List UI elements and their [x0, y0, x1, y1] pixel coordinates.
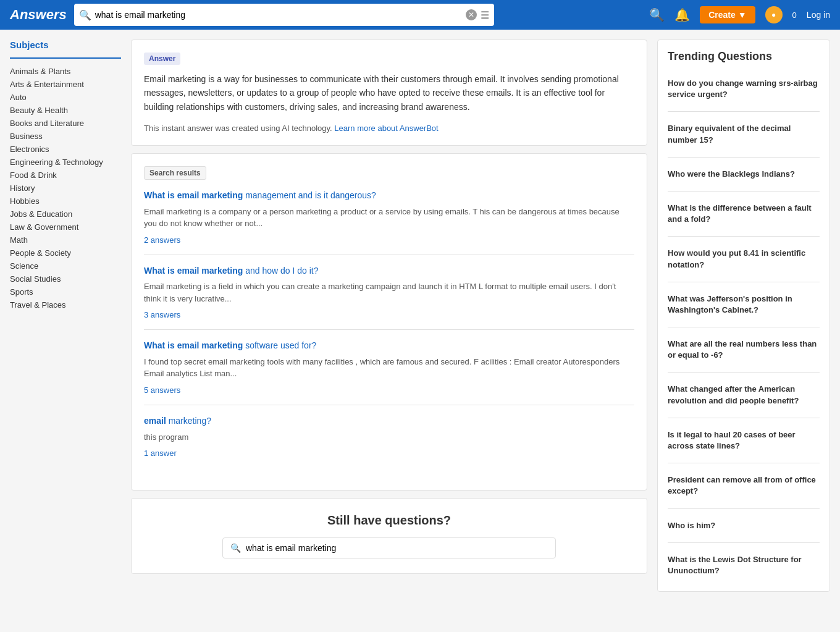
result-answers-count[interactable]: 5 answers [144, 386, 180, 395]
search-nav-icon[interactable]: 🔍 [649, 7, 665, 22]
trending-item[interactable]: What is the difference between a fault a… [668, 198, 820, 230]
still-search-input[interactable] [246, 543, 548, 553]
sidebar-item[interactable]: Math [10, 234, 121, 246]
logo[interactable]: Answers [10, 7, 67, 23]
main-layout: Subjects Animals & PlantsArts & Entertai… [0, 30, 840, 602]
sidebar-item[interactable]: Sports [10, 285, 121, 298]
trending-item[interactable]: What changed after the American revoluti… [668, 379, 820, 411]
search-bar: 🔍 ✕ ☰ [74, 4, 494, 26]
result-title-bold[interactable]: What is email marketing [144, 190, 243, 200]
result-answers-count[interactable]: 3 answers [144, 310, 180, 319]
sidebar-item[interactable]: Arts & Entertainment [10, 78, 121, 91]
result-answers-count[interactable]: 1 answer [144, 449, 177, 458]
result-items: What is email marketing management and i… [144, 190, 634, 468]
still-questions-box: Still have questions? 🔍 [131, 498, 647, 574]
trending-item[interactable]: Who were the Blacklegs Indians? [668, 164, 820, 185]
result-title: What is email marketing software used fo… [144, 340, 634, 352]
trending-item[interactable]: How would you put 8.41 in scientific not… [668, 243, 820, 275]
sidebar-item[interactable]: People & Society [10, 246, 121, 259]
result-title-rest[interactable]: marketing? [166, 416, 211, 426]
ai-note: This instant answer was created using AI… [144, 124, 634, 133]
result-item: What is email marketing management and i… [144, 190, 634, 255]
sidebar-items: Animals & PlantsArts & EntertainmentAuto… [10, 65, 121, 311]
sidebar-item[interactable]: Beauty & Health [10, 104, 121, 117]
notification-icon[interactable]: 🔔 [674, 7, 690, 22]
trending-items: How do you change warning srs-airbag ser… [668, 73, 820, 581]
result-title-bold[interactable]: email [144, 416, 166, 426]
result-title-rest[interactable]: management and is it dangerous? [243, 190, 376, 200]
search-icon: 🔍 [79, 9, 91, 21]
sidebar-item[interactable]: Law & Government [10, 221, 121, 234]
sidebar-item[interactable]: Jobs & Education [10, 208, 121, 221]
answerbot-link[interactable]: Learn more about AnswerBot [334, 124, 438, 133]
result-title: email marketing? [144, 415, 634, 428]
sidebar-item[interactable]: History [10, 182, 121, 195]
user-avatar[interactable]: ● [765, 6, 783, 23]
trending-divider [668, 327, 820, 327]
trending-divider [668, 157, 820, 158]
trending-divider [668, 463, 820, 463]
trending-divider [668, 372, 820, 373]
result-title: What is email marketing management and i… [144, 190, 634, 202]
trending-divider [668, 111, 820, 112]
results-tag: Search results [144, 166, 206, 180]
result-title-bold[interactable]: What is email marketing [144, 266, 243, 276]
header: Answers 🔍 ✕ ☰ 🔍 🔔 Create ▼ ● 0 Log in [0, 0, 840, 30]
trending-item[interactable]: What are all the real numbers less than … [668, 334, 820, 366]
result-title-rest[interactable]: software used for? [243, 340, 316, 350]
result-snippet: I found top secret email marketing tools… [144, 356, 634, 380]
create-button[interactable]: Create ▼ [700, 6, 755, 23]
result-title-rest[interactable]: and how do I do it? [243, 266, 318, 276]
still-search-icon: 🔍 [230, 543, 241, 553]
result-item: email marketing? this program 1 answer [144, 415, 634, 468]
trending-item[interactable]: President can remove all from of office … [668, 470, 820, 502]
sidebar-item[interactable]: Hobbies [10, 195, 121, 208]
still-search-bar: 🔍 [222, 537, 556, 558]
user-points: 0 [792, 11, 797, 20]
trending-divider [668, 418, 820, 418]
filter-button[interactable]: ☰ [481, 9, 489, 21]
result-snippet: Email marketing is a field in which you … [144, 280, 634, 305]
sidebar-item[interactable]: Science [10, 259, 121, 272]
sidebar-item[interactable]: Business [10, 130, 121, 143]
result-answers-count[interactable]: 2 answers [144, 235, 180, 245]
header-actions: 🔍 🔔 Create ▼ ● 0 Log in [649, 6, 830, 23]
result-snippet: Email marketing is a company or a person… [144, 206, 634, 230]
trending-item[interactable]: What was Jefferson's position in Washing… [668, 289, 820, 321]
result-item: What is email marketing and how do I do … [144, 265, 634, 331]
trending-item[interactable]: What is the Lewis Dot Structure for Unun… [668, 549, 820, 581]
trending-item[interactable]: Is it legal to haul 20 cases of beer acr… [668, 424, 820, 457]
trending-divider [668, 236, 820, 237]
content: Answer Email marketing is a way for busi… [131, 40, 647, 592]
sidebar-item[interactable]: Engineering & Technology [10, 156, 121, 169]
search-input[interactable] [95, 10, 462, 20]
results-box: Search results What is email marketing m… [131, 153, 647, 491]
result-item: What is email marketing software used fo… [144, 340, 634, 405]
trending-item[interactable]: How do you change warning srs-airbag ser… [668, 73, 820, 105]
still-questions-title: Still have questions? [144, 513, 634, 528]
trending-item[interactable]: Binary equivalent of the decimal number … [668, 118, 820, 150]
trending-divider [668, 508, 820, 509]
trending-item[interactable]: Who is him? [668, 515, 820, 536]
answer-tag: Answer [144, 53, 180, 65]
result-snippet: this program [144, 431, 634, 444]
sidebar-item[interactable]: Animals & Plants [10, 65, 121, 78]
result-title-bold[interactable]: What is email marketing [144, 340, 243, 350]
result-title: What is email marketing and how do I do … [144, 265, 634, 277]
trending-panel: Trending Questions How do you change war… [657, 40, 830, 592]
sidebar-item[interactable]: Electronics [10, 143, 121, 156]
sidebar-item[interactable]: Social Studies [10, 272, 121, 285]
sidebar-item[interactable]: Auto [10, 91, 121, 104]
sidebar-item[interactable]: Books and Literature [10, 117, 121, 130]
sidebar-title: Subjects [10, 40, 121, 50]
trending-divider [668, 191, 820, 192]
answer-box: Answer Email marketing is a way for busi… [131, 40, 647, 146]
sidebar: Subjects Animals & PlantsArts & Entertai… [10, 40, 121, 592]
sidebar-divider [10, 57, 121, 59]
sidebar-item[interactable]: Food & Drink [10, 169, 121, 182]
trending-divider [668, 282, 820, 282]
login-button[interactable]: Log in [807, 10, 830, 20]
clear-search-button[interactable]: ✕ [466, 9, 477, 20]
trending-title: Trending Questions [668, 50, 820, 63]
sidebar-item[interactable]: Travel & Places [10, 298, 121, 311]
